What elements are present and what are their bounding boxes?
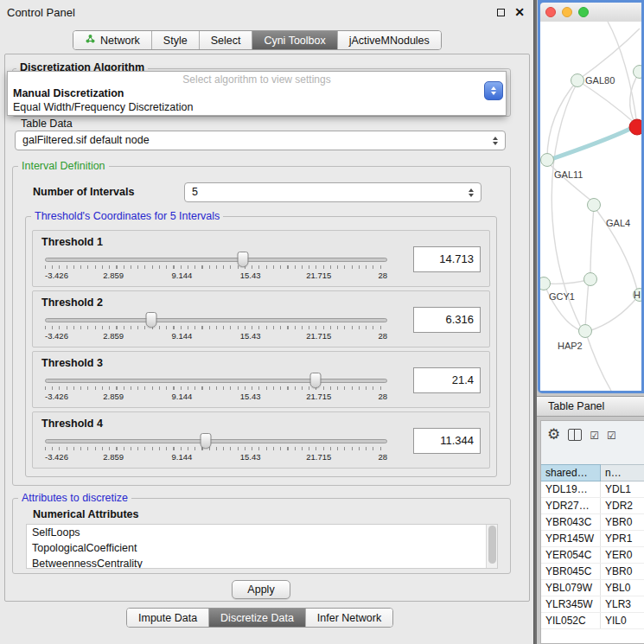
table-row[interactable]: YBR043CYBR0	[541, 514, 644, 531]
slider-scale-label: 28	[378, 331, 387, 341]
slider-thumb[interactable]	[145, 312, 156, 328]
table-data-select[interactable]: galFiltered.sif default node	[15, 131, 506, 150]
float-window-icon[interactable]	[497, 9, 505, 16]
algorithm-option-equal-width[interactable]: Equal Width/Frequency Discretization	[8, 100, 506, 114]
network-node[interactable]	[579, 325, 592, 338]
threshold-value-field[interactable]: 21.4	[413, 367, 481, 393]
table-cell[interactable]: YIL052C	[541, 613, 601, 628]
table-row[interactable]: YER054CYER0	[541, 547, 644, 564]
tab-infer-network[interactable]: Infer Network	[306, 609, 392, 627]
list-scrollbar[interactable]	[486, 525, 497, 568]
slider-scale-label: 28	[378, 452, 387, 462]
threshold-panel-2: Threshold 2 -3.4262.8599.14415.4321.7152…	[32, 290, 490, 348]
table-cell[interactable]: YBR0	[601, 514, 644, 530]
attribute-list-item[interactable]: SelfLoops	[27, 525, 497, 540]
network-graph[interactable]: GAL80GAL11GAL4GCY1HAP2H	[540, 22, 641, 391]
table-cell[interactable]: YBR045C	[541, 564, 601, 579]
select-column-checkbox-icon[interactable]: ☑	[607, 427, 616, 444]
network-node[interactable]	[571, 74, 584, 87]
table-panel-header[interactable]: Table Panel	[537, 396, 644, 417]
number-of-intervals-select[interactable]: 5	[184, 182, 481, 202]
slider-tick-marks	[45, 265, 387, 269]
table-row[interactable]: YIL052CYIL0	[541, 613, 644, 629]
slider-scale-label: 2.859	[103, 271, 124, 280]
slider-track[interactable]	[45, 439, 387, 443]
threshold-slider[interactable]: -3.4262.8599.14415.4321.71528	[45, 231, 387, 286]
table-row[interactable]: YDL19…YDL1	[541, 481, 644, 498]
slider-track[interactable]	[45, 258, 387, 262]
table-cell[interactable]: YPR1	[601, 531, 644, 546]
table-cell[interactable]: YER0	[601, 547, 644, 563]
slider-scale-label: 9.144	[172, 392, 193, 401]
slider-thumb[interactable]	[201, 433, 212, 449]
table-row[interactable]: YPR145WYPR1	[541, 531, 644, 547]
slider-thumb[interactable]	[309, 373, 321, 388]
network-node[interactable]	[541, 154, 554, 167]
close-window-icon[interactable]: ✕	[514, 7, 525, 17]
network-window-titlebar[interactable]	[540, 3, 641, 22]
table-row[interactable]: YBR045CYBR0	[541, 564, 644, 580]
table-cell[interactable]: YPR145W	[541, 531, 601, 546]
tab-select[interactable]: Select	[200, 31, 253, 49]
zoom-traffic-light[interactable]	[578, 7, 589, 17]
minimize-traffic-light[interactable]	[562, 7, 572, 17]
threshold-slider[interactable]: -3.4262.8599.14415.4321.71528	[45, 412, 387, 468]
slider-thumb[interactable]	[237, 252, 248, 267]
slider-scale-label: -3.426	[45, 392, 68, 401]
scrollbar-thumb[interactable]	[488, 526, 496, 564]
table-cell[interactable]: YDL19…	[541, 481, 601, 497]
table-cell[interactable]: YBL079W	[541, 580, 601, 596]
table-cell[interactable]: YER054C	[541, 547, 601, 563]
table-row[interactable]: YDR27…YDR2	[541, 498, 644, 514]
threshold-slider[interactable]: -3.4262.8599.14415.4321.71528	[45, 291, 387, 347]
attribute-list-item[interactable]: BetweennessCentrality	[27, 556, 497, 569]
network-node[interactable]	[634, 66, 642, 79]
threshold-value-field[interactable]: 11.344	[413, 428, 481, 454]
network-node[interactable]	[584, 273, 597, 286]
interval-definition-title: Interval Definition	[18, 160, 109, 172]
table-cell[interactable]: YDR27…	[541, 498, 601, 513]
table-cell[interactable]: YIL0	[601, 613, 644, 628]
tab-cyni-toolbox[interactable]: Cyni Toolbox	[252, 31, 337, 49]
slider-tick-marks	[45, 447, 387, 450]
attribute-list-item[interactable]: TopologicalCoefficient	[27, 540, 497, 556]
slider-scale-label: 21.715	[306, 452, 331, 462]
apply-button[interactable]: Apply	[232, 580, 290, 599]
network-node[interactable]	[540, 277, 551, 290]
column-header-shared[interactable]: shared…	[541, 464, 601, 481]
gear-icon[interactable]: ⚙	[547, 426, 560, 443]
table-cell[interactable]: YBR043C	[541, 514, 601, 530]
table-cell[interactable]: YLR3	[601, 596, 644, 612]
tab-style[interactable]: Style	[152, 31, 200, 49]
threshold-value-field[interactable]: 6.316	[413, 307, 481, 333]
tab-label: Select	[211, 35, 241, 47]
table-cell[interactable]: YBL0	[601, 580, 644, 596]
combobox-arrows-icon	[493, 137, 498, 145]
slider-tick-marks	[45, 386, 387, 390]
table-row[interactable]: YBL079WYBL0	[541, 580, 644, 596]
tab-impute-data[interactable]: Impute Data	[127, 609, 209, 627]
tab-network[interactable]: Network	[73, 31, 152, 49]
table-cell[interactable]: YLR345W	[541, 596, 601, 612]
table-cell[interactable]: YDR2	[601, 498, 644, 513]
algorithm-option-manual-discretization[interactable]: Manual Discretization	[8, 86, 506, 100]
columns-icon[interactable]	[568, 429, 582, 441]
network-canvas[interactable]: GAL80GAL11GAL4GCY1HAP2H	[540, 22, 641, 391]
slider-track[interactable]	[45, 379, 387, 383]
network-node[interactable]	[588, 199, 601, 212]
table-row[interactable]: YLR345WYLR3	[541, 596, 644, 613]
numerical-attributes-list[interactable]: SelfLoopsTopologicalCoefficientBetweenne…	[26, 524, 498, 569]
algorithm-combobox-stepper[interactable]	[484, 81, 503, 100]
table-cell[interactable]: YBR0	[601, 564, 644, 579]
table-cell[interactable]: YDL1	[601, 481, 644, 497]
tab-discretize-data[interactable]: Discretize Data	[209, 609, 306, 627]
threshold-value-field[interactable]: 14.713	[413, 246, 481, 272]
slider-track[interactable]	[45, 318, 387, 322]
table-data-label: Table Data	[21, 118, 73, 130]
network-node[interactable]	[629, 119, 641, 135]
threshold-slider[interactable]: -3.4262.8599.14415.4321.71528	[45, 352, 387, 407]
tab-jactivemnodules[interactable]: jActiveMNodules	[338, 31, 441, 49]
column-header-name[interactable]: n…	[601, 464, 644, 481]
close-traffic-light[interactable]	[545, 7, 556, 17]
select-all-checkbox-icon[interactable]: ☑	[590, 427, 599, 444]
